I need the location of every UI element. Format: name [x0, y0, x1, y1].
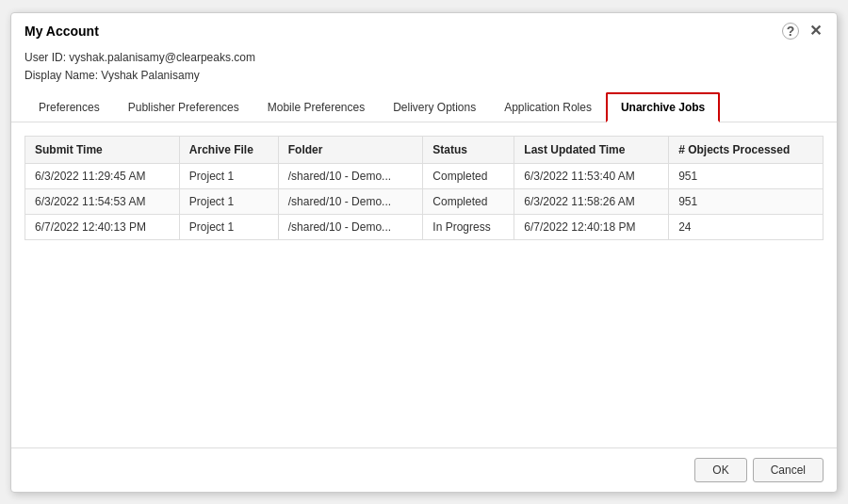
- cell-folder: /shared/10 - Demo...: [278, 188, 423, 214]
- cell-status: In Progress: [423, 214, 514, 239]
- dialog-footer: OK Cancel: [11, 447, 837, 492]
- cell-last-updated-time: 6/7/2022 12:40:18 PM: [514, 214, 669, 239]
- tab-preferences[interactable]: Preferences: [24, 93, 114, 121]
- col-folder: Folder: [278, 136, 423, 163]
- table-header-row: Submit Time Archive File Folder Status L…: [25, 136, 824, 163]
- col-last-updated-time: Last Updated Time: [514, 136, 669, 163]
- cell-objects-processed: 24: [669, 214, 824, 239]
- cell-submit-time: 6/7/2022 12:40:13 PM: [25, 214, 180, 239]
- content-area: Submit Time Archive File Folder Status L…: [11, 122, 837, 447]
- cell-objects-processed: 951: [669, 163, 824, 188]
- col-archive-file: Archive File: [179, 136, 278, 163]
- tab-application-roles[interactable]: Application Roles: [490, 93, 606, 121]
- col-objects-processed: # Objects Processed: [669, 136, 824, 163]
- titlebar-icons: ? ✕: [782, 23, 824, 40]
- cell-folder: /shared/10 - Demo...: [278, 163, 423, 188]
- cell-last-updated-time: 6/3/2022 11:53:40 AM: [514, 163, 669, 188]
- unarchive-jobs-table: Submit Time Archive File Folder Status L…: [24, 136, 824, 240]
- tab-delivery-options[interactable]: Delivery Options: [379, 93, 490, 121]
- col-status: Status: [423, 136, 514, 163]
- tab-publisher-preferences[interactable]: Publisher Preferences: [114, 93, 253, 121]
- titlebar: My Account ? ✕: [11, 13, 837, 45]
- help-icon[interactable]: ?: [782, 23, 799, 40]
- cell-archive-file: Project 1: [179, 163, 278, 188]
- col-submit-time: Submit Time: [25, 136, 180, 163]
- tab-unarchive-jobs[interactable]: Unarchive Jobs: [606, 92, 720, 122]
- close-icon[interactable]: ✕: [807, 23, 824, 40]
- table-row: 6/3/2022 11:29:45 AMProject 1/shared/10 …: [25, 163, 824, 188]
- user-id-label: User ID: vyshak.palanisamy@clearpeaks.co…: [24, 49, 824, 67]
- cell-folder: /shared/10 - Demo...: [278, 214, 423, 239]
- cell-submit-time: 6/3/2022 11:29:45 AM: [25, 163, 180, 188]
- cell-objects-processed: 951: [669, 188, 824, 214]
- display-name-label: Display Name: Vyshak Palanisamy: [24, 67, 824, 85]
- my-account-dialog: My Account ? ✕ User ID: vyshak.palanisam…: [10, 12, 838, 493]
- cell-archive-file: Project 1: [179, 214, 278, 239]
- cell-last-updated-time: 6/3/2022 11:58:26 AM: [514, 188, 669, 214]
- table-row: 6/3/2022 11:54:53 AMProject 1/shared/10 …: [25, 188, 824, 214]
- cell-archive-file: Project 1: [179, 188, 278, 214]
- cancel-button[interactable]: Cancel: [753, 458, 824, 482]
- dialog-title: My Account: [24, 24, 99, 39]
- cell-status: Completed: [423, 188, 514, 214]
- table-row: 6/7/2022 12:40:13 PMProject 1/shared/10 …: [25, 214, 824, 239]
- cell-status: Completed: [423, 163, 514, 188]
- cell-submit-time: 6/3/2022 11:54:53 AM: [25, 188, 180, 214]
- tabs-bar: Preferences Publisher Preferences Mobile…: [11, 92, 837, 122]
- tab-mobile-preferences[interactable]: Mobile Preferences: [253, 93, 379, 121]
- user-info: User ID: vyshak.palanisamy@clearpeaks.co…: [11, 45, 837, 92]
- ok-button[interactable]: OK: [694, 458, 746, 482]
